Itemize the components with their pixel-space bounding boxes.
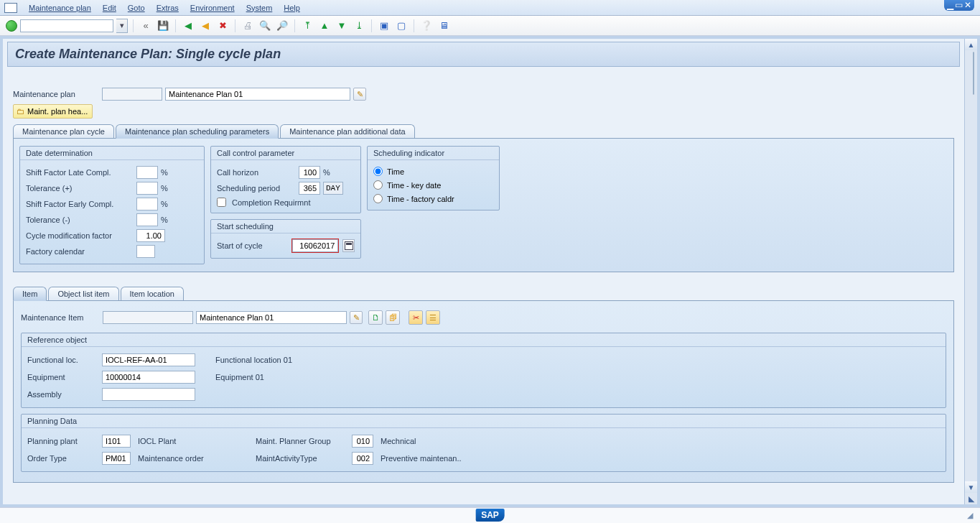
tol-plus-input[interactable] <box>136 182 158 195</box>
menu-goto[interactable]: Goto <box>122 2 151 14</box>
menu-system[interactable]: System <box>241 2 279 14</box>
pct-1: % <box>161 168 168 177</box>
tab-additional-data[interactable]: Maintenance plan additional data <box>280 124 414 138</box>
back-icon[interactable]: ◀ <box>181 19 195 33</box>
tab-item-location[interactable]: Item location <box>121 287 184 300</box>
order-type-input[interactable] <box>102 452 131 465</box>
maintenance-item-id[interactable] <box>103 311 193 324</box>
first-page-icon[interactable]: ⤒ <box>300 19 314 33</box>
shift-late-input[interactable] <box>136 166 158 179</box>
maint-plan-header-label: Maint. plan hea... <box>27 107 88 116</box>
equip-input[interactable] <box>102 371 195 384</box>
call-horizon-label: Call horizon <box>217 168 296 177</box>
radio-time-key-date[interactable] <box>373 180 383 190</box>
scroll-up-icon[interactable]: ▲ <box>965 39 977 50</box>
cycle-mod-input[interactable] <box>136 229 165 242</box>
save-icon[interactable]: 💾 <box>156 19 170 33</box>
find-icon: 🔍 <box>258 19 272 33</box>
activity-type-desc: Preventive maintenan.. <box>381 454 462 463</box>
maintenance-item-row: Maintenance Item ✎ 🗋 🗐 ✂ ☰ <box>19 308 948 327</box>
groupbox-scheduling-indicator: Scheduling indicator Time Time - key dat… <box>367 146 500 210</box>
app-toolbar <box>7 68 960 85</box>
sched-period-unit[interactable]: DAY <box>323 182 343 195</box>
select-item-button[interactable]: ☰ <box>426 310 440 325</box>
pct-2: % <box>161 184 168 193</box>
command-dropdown[interactable]: ▾ <box>116 19 128 33</box>
minimize-icon[interactable]: ▁ <box>947 1 953 9</box>
close-icon[interactable]: ✕ <box>964 1 971 9</box>
completion-req-checkbox[interactable] <box>217 198 226 207</box>
tab-object-list-item[interactable]: Object list item <box>48 287 118 300</box>
tol-minus-input[interactable] <box>136 213 158 226</box>
vertical-scrollbar[interactable]: ▲ ▼ ◣ <box>964 39 977 504</box>
exit-icon[interactable]: ◀ <box>198 19 213 33</box>
resize-grip-icon[interactable]: ◢ <box>967 511 973 520</box>
maint-plan-id[interactable] <box>102 88 162 101</box>
delete-item-button[interactable]: ✂ <box>409 310 423 325</box>
help-icon[interactable]: ❔ <box>419 19 434 33</box>
radio-time-label: Time <box>387 167 404 176</box>
last-page-icon[interactable]: ⤓ <box>352 19 366 33</box>
date-picker-button[interactable] <box>342 239 355 252</box>
menu-maintenance-plan[interactable]: Maintenance plan <box>23 2 97 14</box>
back-history-icon[interactable]: « <box>139 19 153 33</box>
page-title: Create Maintenance Plan: Single cycle pl… <box>15 47 952 62</box>
menu-command-icon[interactable] <box>4 3 17 13</box>
floc-input[interactable] <box>102 353 195 366</box>
prev-page-icon[interactable]: ▲ <box>317 19 332 33</box>
start-of-cycle-input[interactable] <box>292 239 338 252</box>
tab-cycle[interactable]: Maintenance plan cycle <box>13 124 114 138</box>
tab-item[interactable]: Item <box>13 287 47 301</box>
maint-plan-header-button[interactable]: 🗀 Maint. plan hea... <box>13 104 93 119</box>
assembly-input[interactable] <box>102 388 195 401</box>
print-icon: 🖨 <box>241 19 255 33</box>
planner-group-input[interactable] <box>352 435 373 448</box>
call-horizon-input[interactable] <box>299 166 320 179</box>
cancel-icon[interactable]: ✖ <box>215 19 230 33</box>
maintenance-item-desc[interactable] <box>196 311 347 324</box>
groupbox-start-scheduling: Start scheduling Start of cycle <box>210 219 361 259</box>
content-area: Create Maintenance Plan: Single cycle pl… <box>3 39 964 504</box>
factory-cal-input[interactable] <box>136 245 155 258</box>
scroll-thumb[interactable] <box>973 52 974 95</box>
statusbar: SAP ◢ <box>0 507 980 523</box>
gb-title-ref-obj: Reference object <box>22 333 946 347</box>
enter-button[interactable] <box>6 20 17 32</box>
maint-plan-desc[interactable] <box>165 88 350 101</box>
pct-4: % <box>161 216 168 224</box>
long-text-button[interactable]: ✎ <box>353 88 366 101</box>
workspace: Create Maintenance Plan: Single cycle pl… <box>0 36 980 507</box>
shortcut-icon[interactable]: ▢ <box>394 19 409 33</box>
layout-icon[interactable]: 🖥 <box>437 19 451 33</box>
find-next-icon: 🔎 <box>275 19 289 33</box>
maintenance-item-label: Maintenance Item <box>21 313 100 322</box>
copy-item-button[interactable]: 🗐 <box>386 310 400 325</box>
planner-group-desc: Mechnical <box>381 437 416 445</box>
menu-extras[interactable]: Extras <box>151 2 185 14</box>
gb-title-date-det: Date determination <box>20 147 204 160</box>
radio-time[interactable] <box>373 167 383 176</box>
tol-plus-label: Tolerance (+) <box>26 184 134 193</box>
maint-item-long-text-button[interactable]: ✎ <box>350 311 363 324</box>
menu-edit[interactable]: Edit <box>97 2 122 14</box>
shift-late-label: Shift Factor Late Compl. <box>26 168 134 177</box>
next-page-icon[interactable]: ▼ <box>335 19 349 33</box>
maximize-icon[interactable]: ▭ <box>955 1 963 9</box>
scroll-down-icon[interactable]: ▼ <box>965 481 977 493</box>
planning-plant-input[interactable] <box>102 435 131 448</box>
new-session-icon[interactable]: ▣ <box>377 19 391 33</box>
shift-early-input[interactable] <box>136 198 158 210</box>
gb-title-start-sched: Start scheduling <box>211 220 360 233</box>
create-item-button[interactable]: 🗋 <box>368 310 383 325</box>
menu-help[interactable]: Help <box>278 2 306 14</box>
menu-environment[interactable]: Environment <box>185 2 241 14</box>
tab-scheduling-params[interactable]: Maintenance plan scheduling parameters <box>116 124 279 139</box>
sched-period-input[interactable] <box>299 182 320 195</box>
radio-time-factory-caldr[interactable] <box>373 194 383 203</box>
activity-type-input[interactable] <box>352 452 373 465</box>
start-of-cycle-label: Start of cycle <box>217 241 289 250</box>
completion-req-label: Completion Requirmnt <box>232 198 310 207</box>
gb-title-call-ctrl: Call control parameter <box>211 147 360 160</box>
planning-plant-desc: IOCL Plant <box>138 437 253 445</box>
command-field[interactable] <box>20 19 113 32</box>
